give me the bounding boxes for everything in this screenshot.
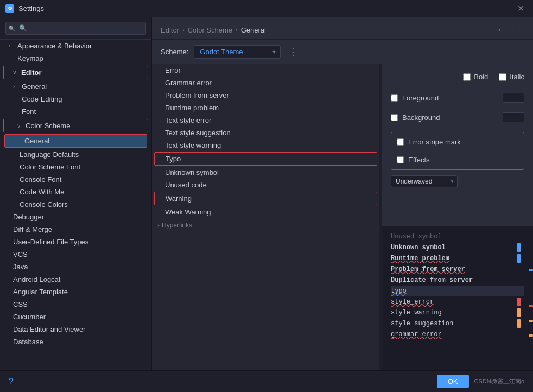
sidebar-item-vcs[interactable]: VCS xyxy=(0,248,151,261)
preview-row-duplicate: Duplicate from server xyxy=(391,275,524,286)
list-item-runtime-problem[interactable]: Runtime problem xyxy=(152,102,379,114)
sidebar-item-css[interactable]: CSS xyxy=(0,298,151,311)
sidebar-item-android-logcat[interactable]: Android Logcat xyxy=(0,273,151,286)
breadcrumb-sep1: › xyxy=(182,27,185,33)
bold-italic-row: Bold Italic xyxy=(391,73,524,85)
sidebar-item-java[interactable]: Java xyxy=(0,261,151,273)
sidebar-item-language-defaults[interactable]: Language Defaults xyxy=(0,148,151,161)
chevron-right-icon: › xyxy=(9,43,15,49)
sidebar-item-user-defined[interactable]: User-Defined File Types xyxy=(0,236,151,248)
foreground-color-swatch[interactable] xyxy=(503,93,524,103)
sidebar-search-area xyxy=(0,17,151,40)
sidebar-item-general[interactable]: › General xyxy=(0,80,151,93)
error-stripe-row: Error stripe mark xyxy=(397,136,518,148)
preview-panel: Unused symbol Unknown symbol Runtime pro… xyxy=(382,226,533,370)
window-title: Settings xyxy=(18,4,44,12)
preview-row-style-suggestion: style_suggestion xyxy=(391,318,524,329)
color-scheme-section: ∨ Color Scheme xyxy=(3,119,148,132)
chevron-down-icon: ∨ xyxy=(17,123,23,129)
preview-row-unknown: Unknown symbol xyxy=(391,242,524,253)
background-checkbox[interactable] xyxy=(391,114,398,121)
sidebar-item-font[interactable]: Font xyxy=(0,105,151,118)
mini-scrollbar xyxy=(529,226,533,370)
close-button[interactable]: ✕ xyxy=(514,2,528,15)
scheme-label: Scheme: xyxy=(161,48,188,56)
sidebar-item-console-colors[interactable]: Console Colors xyxy=(0,198,151,211)
mini-mark-blue xyxy=(529,269,533,271)
bottom-bar-right: OK CSDN@塞上江南o xyxy=(437,375,524,388)
error-stripe-label: Error stripe mark xyxy=(408,138,461,146)
foreground-row: Foreground xyxy=(391,91,524,105)
editor-section: ∨ Editor xyxy=(3,66,148,79)
preview-row-grammar: grammar_error xyxy=(391,329,524,340)
sidebar-item-data-editor[interactable]: Data Editor and Viewer xyxy=(0,323,151,336)
preview-row-style-warning: style_warning xyxy=(391,307,524,318)
list-item-text-style-suggestion[interactable]: Text style suggestion xyxy=(152,127,379,139)
sidebar-item-general-sub[interactable]: General xyxy=(4,134,147,148)
breadcrumb-color-scheme: Color Scheme xyxy=(188,26,232,34)
bottom-bar: ? OK CSDN@塞上江南o xyxy=(0,370,533,392)
effects-row: Effects xyxy=(397,154,518,166)
effects-select[interactable]: Underwaved Underscored Bordered Box Roun… xyxy=(391,175,458,187)
content-area: Editor › Color Scheme › General ← → Sche… xyxy=(152,17,533,370)
preview-row-style-error: style_error xyxy=(391,296,524,307)
breadcrumb-navigation: ← → xyxy=(495,25,524,35)
background-color-swatch[interactable] xyxy=(503,112,524,122)
list-item-unused-code[interactable]: Unused code xyxy=(152,179,379,191)
sidebar-item-diff-merge[interactable]: Diff & Merge xyxy=(0,223,151,236)
scheme-select[interactable]: Godot Theme Default Darcula High Contras… xyxy=(194,45,281,59)
sidebar-item-code-with-me[interactable]: Code With Me xyxy=(0,186,151,198)
sidebar-item-editor[interactable]: ∨ Editor xyxy=(4,66,148,79)
scheme-row: Scheme: Godot Theme Default Darcula High… xyxy=(152,40,533,64)
sidebar-item-angular-template[interactable]: Angular Template xyxy=(0,286,151,298)
sidebar-item-code-editing[interactable]: Code Editing xyxy=(0,93,151,105)
content-header: Editor › Color Scheme › General ← → xyxy=(152,17,533,40)
background-row: Background xyxy=(391,110,524,124)
list-item-warning[interactable]: Warning xyxy=(154,192,377,205)
scheme-more-button[interactable]: ⋮ xyxy=(286,46,300,58)
effects-label: Effects xyxy=(408,156,430,164)
bold-checkbox[interactable] xyxy=(463,73,471,81)
search-input[interactable] xyxy=(5,22,146,35)
list-item-typo[interactable]: Typo xyxy=(154,152,377,166)
list-item-text-style-warning[interactable]: Text style warning xyxy=(152,139,379,151)
list-item-weak-warning[interactable]: Weak Warning xyxy=(152,206,379,218)
error-stripe-checkbox[interactable] xyxy=(397,138,404,146)
list-item-error[interactable]: Error xyxy=(152,64,379,77)
indicator-blue-2 xyxy=(517,254,521,263)
list-item-text-style-error[interactable]: Text style error xyxy=(152,114,379,127)
foreground-checkbox[interactable] xyxy=(391,94,398,102)
sidebar-item-keymap[interactable]: Keymap xyxy=(0,52,151,65)
effects-checkbox[interactable] xyxy=(397,156,404,163)
help-button[interactable]: ? xyxy=(9,377,14,387)
list-section-hyperlinks[interactable]: › Hyperlinks xyxy=(152,218,379,232)
italic-checkbox-row: Italic xyxy=(499,73,524,81)
mini-mark-red xyxy=(529,305,533,307)
title-bar: ⚙ Settings ✕ xyxy=(0,0,533,17)
ok-button[interactable]: OK xyxy=(437,375,469,388)
forward-button[interactable]: → xyxy=(511,25,524,35)
sidebar-item-console-font[interactable]: Console Font xyxy=(0,173,151,186)
back-button[interactable]: ← xyxy=(495,25,508,35)
sidebar-item-color-scheme[interactable]: ∨ Color Scheme xyxy=(4,119,148,132)
sidebar-item-debugger[interactable]: Debugger xyxy=(0,211,151,223)
effects-dropdown-wrap: Underwaved Underscored Bordered Box Roun… xyxy=(391,175,524,187)
breadcrumb: Editor › Color Scheme › General xyxy=(161,26,266,34)
sidebar-item-database[interactable]: Database xyxy=(0,336,151,348)
chevron-right-icon: › xyxy=(13,84,20,90)
list-item-problem-from-server[interactable]: Problem from server xyxy=(152,89,379,102)
sidebar-item-cucumber[interactable]: Cucumber xyxy=(0,311,151,323)
bold-label: Bold xyxy=(474,73,488,81)
indicator-orange-2 xyxy=(517,319,521,328)
app-icon: ⚙ xyxy=(5,4,14,13)
sidebar-item-color-scheme-font[interactable]: Color Scheme Font xyxy=(0,161,151,173)
error-stripe-effects-box: Error stripe mark Effects xyxy=(391,132,524,170)
sidebar-item-appearance[interactable]: › Appearance & Behavior xyxy=(0,40,151,52)
list-item-grammar-error[interactable]: Grammar error xyxy=(152,77,379,89)
preview-row-unused: Unused symbol xyxy=(391,231,524,242)
italic-checkbox[interactable] xyxy=(499,73,506,81)
preview-row-problem: Problem from server xyxy=(391,264,524,275)
mini-mark-orange-2 xyxy=(529,334,533,337)
list-item-unknown-symbol[interactable]: Unknown symbol xyxy=(152,166,379,179)
chevron-down-icon: ∨ xyxy=(12,69,19,75)
